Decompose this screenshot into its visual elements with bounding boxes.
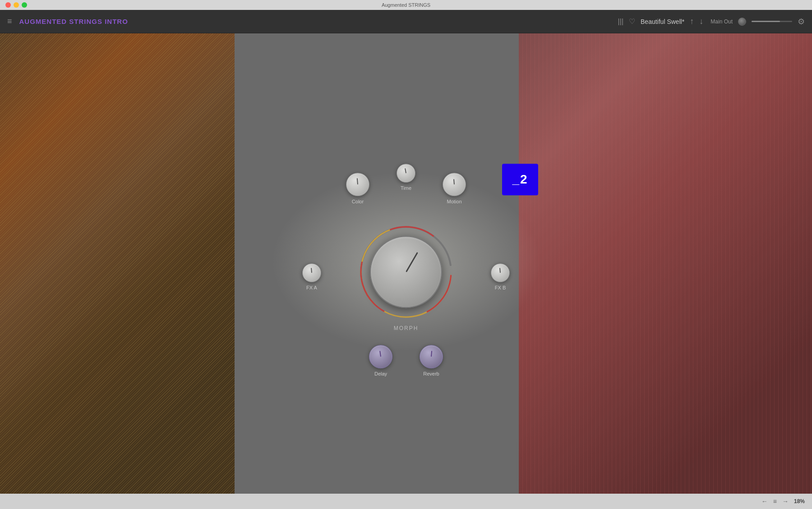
bottom-row: Delay Reverb xyxy=(369,345,443,376)
morph-section: MORPH xyxy=(356,222,456,331)
controls-container: Color Time Motion _2 xyxy=(293,164,519,376)
volume-slider-fill xyxy=(752,21,780,22)
badge-2-text: _2 xyxy=(512,172,528,187)
app-title: AUGMENTED STRINGS INTRO xyxy=(19,18,128,25)
fxa-knob[interactable] xyxy=(302,263,321,282)
fxa-label: FX A xyxy=(306,285,317,290)
color-label: Color xyxy=(352,199,364,204)
morph-ring xyxy=(356,222,456,321)
minimize-button[interactable] xyxy=(14,2,19,8)
fxb-label: FX B xyxy=(495,285,506,290)
reverb-knob[interactable] xyxy=(420,345,443,368)
toolbar-right: Main Out ⚙ xyxy=(710,17,805,27)
forward-icon[interactable]: → xyxy=(782,498,789,505)
fxb-knob-wrapper: FX B xyxy=(491,263,510,290)
motion-label: Motion xyxy=(447,199,461,204)
time-knob[interactable] xyxy=(397,164,415,183)
motion-knob-wrapper: Motion _2 xyxy=(443,173,466,204)
footer: ← ≡ → 18% xyxy=(0,494,812,509)
close-button[interactable] xyxy=(5,2,11,8)
toolbar: ≡ AUGMENTED STRINGS INTRO ||| ♡ Beautifu… xyxy=(0,10,812,33)
morph-knob-tick xyxy=(406,252,418,272)
delay-label: Delay xyxy=(374,371,387,376)
fullscreen-button[interactable] xyxy=(22,2,27,8)
preset-area: ||| ♡ Beautiful Swell* ↑ ↓ xyxy=(618,17,704,26)
morph-label: MORPH xyxy=(394,325,419,331)
bg-left-art xyxy=(0,33,235,494)
favorite-icon[interactable]: ♡ xyxy=(629,17,635,26)
main-out-label: Main Out xyxy=(710,18,733,25)
preset-next-button[interactable]: ↓ xyxy=(699,17,703,26)
time-label: Time xyxy=(401,185,411,191)
motion-knob[interactable] xyxy=(443,173,466,196)
menu-icon[interactable]: ≡ xyxy=(7,17,12,26)
title-bar: Augmented STRINGS xyxy=(0,0,812,10)
back-icon[interactable]: ← xyxy=(761,498,768,505)
list-icon[interactable]: ≡ xyxy=(773,498,777,505)
reverb-knob-wrapper: Reverb xyxy=(420,345,443,376)
bg-right-art xyxy=(519,33,812,494)
zoom-level: 18% xyxy=(794,498,805,504)
mid-row: FX A M xyxy=(302,222,510,331)
main-content: Color Time Motion _2 xyxy=(0,33,812,494)
volume-knob[interactable] xyxy=(738,18,746,26)
volume-slider[interactable] xyxy=(752,21,792,22)
delay-knob-wrapper: Delay xyxy=(369,345,392,376)
fxb-knob[interactable] xyxy=(491,263,510,282)
badge-2[interactable]: _2 xyxy=(502,164,538,195)
preset-name: Beautiful Swell* xyxy=(641,18,684,25)
settings-icon[interactable]: ⚙ xyxy=(798,17,805,27)
reverb-label: Reverb xyxy=(423,371,439,376)
library-icon[interactable]: ||| xyxy=(618,18,623,26)
color-knob-wrapper: Color xyxy=(346,173,369,204)
preset-prev-button[interactable]: ↑ xyxy=(690,17,694,26)
window-title: Augmented STRINGS xyxy=(382,2,430,8)
color-knob[interactable] xyxy=(346,173,369,196)
top-knobs-row: Color Time Motion _2 xyxy=(346,164,466,213)
morph-knob[interactable] xyxy=(370,236,442,308)
delay-knob[interactable] xyxy=(369,345,392,368)
traffic-lights xyxy=(5,2,27,8)
time-knob-wrapper: Time xyxy=(397,164,415,191)
fxa-knob-wrapper: FX A xyxy=(302,263,321,290)
